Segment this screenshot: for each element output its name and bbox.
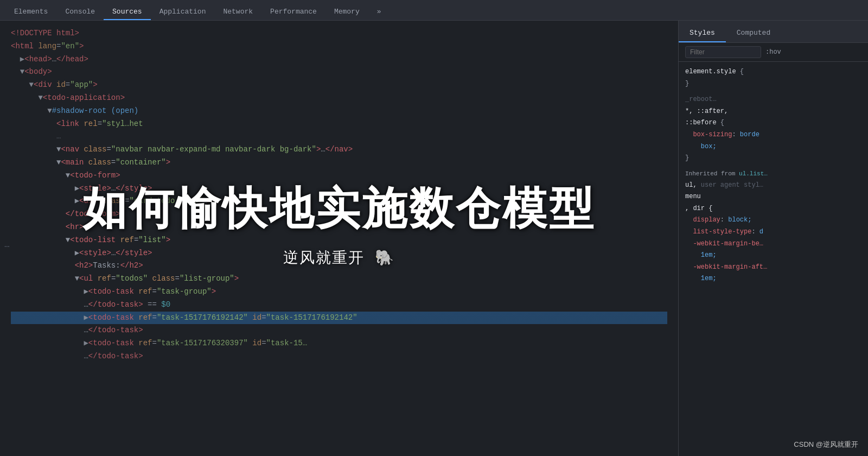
tab-computed[interactable]: Computed bbox=[726, 24, 781, 42]
list-style-type-prop: list-style-type: d bbox=[685, 226, 861, 238]
watermark-text: CSDN @逆风就重开 bbox=[794, 440, 858, 448]
display-prop: display: block; bbox=[685, 214, 861, 226]
box-val: box; bbox=[685, 141, 861, 153]
tab-elements[interactable]: Elements bbox=[5, 4, 56, 20]
code-editor: <!DOCTYPE html> <html lang="en"> ▶<head>… bbox=[0, 21, 678, 456]
box-sizing-prop: box-sizing: borde bbox=[685, 129, 861, 141]
inherited-section: Inherited from ul.list… ul, user agent s… bbox=[685, 169, 861, 285]
inherited-label: Inherited from ul.list… bbox=[685, 169, 861, 180]
filter-input[interactable] bbox=[685, 46, 761, 58]
inherited-ul: ul, user agent styl… bbox=[685, 180, 861, 192]
webkit-margin-before-prop: -webkit-margin-be… bbox=[685, 238, 861, 250]
tab-memory[interactable]: Memory bbox=[326, 4, 368, 20]
tab-performance[interactable]: Performance bbox=[261, 4, 326, 20]
before-selector: ::before { bbox=[685, 117, 861, 129]
inherited-menu: menu bbox=[685, 191, 861, 203]
reboot-close: } bbox=[685, 153, 861, 164]
code-panel: <!DOCTYPE html> <html lang="en"> ▶<head>… bbox=[0, 0, 678, 456]
webkit-margin-after-val: 1em; bbox=[685, 273, 861, 285]
reboot-comment: _reboot… bbox=[685, 94, 861, 106]
tab-more[interactable]: » bbox=[368, 4, 390, 20]
element-style-section: element.style { } bbox=[685, 66, 861, 90]
tab-network[interactable]: Network bbox=[214, 4, 261, 20]
element-style-close: } bbox=[685, 78, 861, 90]
after-before-selector: *, ::after, bbox=[685, 106, 861, 118]
devtools-tabs: Elements Console Sources Application Net… bbox=[0, 0, 868, 21]
element-style-label: element.style { bbox=[685, 66, 861, 78]
right-panel: Styles Computed :hov element.style { } _… bbox=[678, 0, 868, 456]
styles-content: element.style { } _reboot… *, ::after, :… bbox=[679, 62, 868, 294]
inherited-dir: , dir { bbox=[685, 203, 861, 215]
reboot-style-section: _reboot… *, ::after, ::before { box-sizi… bbox=[685, 94, 861, 164]
styles-filter: :hov bbox=[679, 43, 868, 62]
tab-sources[interactable]: Sources bbox=[104, 4, 151, 20]
tab-console[interactable]: Console bbox=[56, 4, 104, 20]
tab-application[interactable]: Application bbox=[151, 4, 215, 20]
tab-styles[interactable]: Styles bbox=[679, 24, 726, 42]
webkit-margin-before-val: 1em; bbox=[685, 250, 861, 262]
watermark: CSDN @逆风就重开 bbox=[794, 440, 858, 449]
left-ellipsis: … bbox=[4, 240, 10, 250]
webkit-margin-after-prop: -webkit-margin-aft… bbox=[685, 262, 861, 274]
filter-hov: :hov bbox=[765, 48, 781, 56]
